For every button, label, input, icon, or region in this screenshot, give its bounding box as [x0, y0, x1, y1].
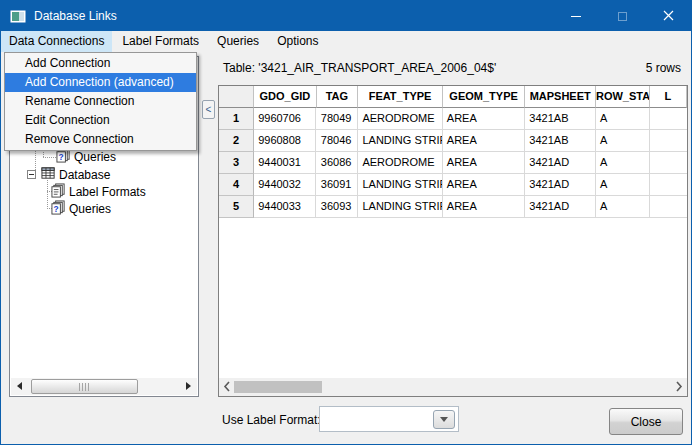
tree-item-label: Database [59, 168, 110, 182]
cell[interactable]: AREA [443, 174, 526, 196]
cell[interactable]: 3421AD [525, 152, 596, 174]
tree-item-label: Queries [74, 150, 116, 164]
tree-scrollbar-thumb[interactable] [31, 379, 138, 394]
tree-item-queries[interactable]: ? Queries [56, 149, 116, 165]
tree-item-database[interactable]: Database [41, 167, 110, 183]
grid-scrollbar-thumb[interactable] [234, 381, 322, 393]
row-number[interactable]: 3 [219, 152, 254, 174]
cell[interactable]: 3421AB [525, 130, 596, 152]
tree-item-label-formats[interactable]: Label Formats [51, 184, 146, 200]
cell[interactable]: AERODROME [358, 152, 442, 174]
column-header[interactable] [219, 86, 254, 108]
cell[interactable]: A [596, 130, 650, 152]
menu-item-add-connection[interactable]: Add Connection [5, 54, 196, 73]
cell[interactable]: 3421AD [525, 196, 596, 218]
tree-expander-minus-icon[interactable] [27, 170, 36, 179]
menu-data-connections[interactable]: Data Connections [1, 31, 112, 52]
window-controls [553, 1, 691, 31]
cell[interactable]: AERODROME [358, 108, 442, 130]
column-header-geom-type[interactable]: GEOM_TYPE [443, 86, 526, 108]
cell[interactable] [650, 196, 687, 218]
label-format-combo-input[interactable] [322, 409, 434, 429]
cell[interactable]: A [596, 196, 650, 218]
menu-item-rename-connection[interactable]: Rename Connection [5, 92, 196, 111]
row-number[interactable]: 1 [219, 108, 254, 130]
close-button[interactable]: Close [609, 408, 683, 435]
cell[interactable]: A [596, 174, 650, 196]
tree-connector [35, 148, 36, 170]
cell[interactable]: 9440033 [254, 196, 316, 218]
row-count-label: 5 rows [646, 61, 681, 75]
menu-queries[interactable]: Queries [209, 31, 267, 52]
menubar: Data Connections Label Formats Queries O… [1, 31, 691, 52]
window-title: Database Links [34, 9, 117, 23]
cell[interactable] [650, 130, 687, 152]
data-grid: GDO_GID TAG FEAT_TYPE GEOM_TYPE MAPSHEET… [218, 85, 688, 397]
table-row[interactable]: 2 9960808 78046 LANDING STRIP AREA 3421A… [219, 130, 687, 152]
cell[interactable]: A [596, 152, 650, 174]
cell[interactable]: 3421AB [525, 108, 596, 130]
cell[interactable]: 9440032 [254, 174, 316, 196]
row-number[interactable]: 4 [219, 174, 254, 196]
titlebar[interactable]: Database Links [1, 1, 691, 31]
column-header-gdo-gid[interactable]: GDO_GID [254, 86, 316, 108]
scroll-right-icon[interactable] [675, 381, 683, 392]
close-window-button[interactable] [645, 1, 691, 31]
cell[interactable]: 9960808 [254, 130, 316, 152]
menu-item-add-connection-advanced[interactable]: Add Connection (advanced) [5, 73, 196, 92]
cell[interactable]: 9440031 [254, 152, 316, 174]
cell[interactable]: A [596, 108, 650, 130]
use-label-format-label: Use Label Format: [222, 413, 321, 427]
table-row[interactable]: 3 9440031 36086 AERODROME AREA 3421AD A [219, 152, 687, 174]
cell[interactable]: AREA [443, 130, 526, 152]
column-header-tag[interactable]: TAG [317, 86, 359, 108]
scroll-right-icon[interactable] [186, 382, 191, 390]
cell[interactable]: AREA [443, 108, 526, 130]
cell[interactable]: 78049 [316, 108, 358, 130]
table-caption: Table: '3421_AIR_TRANSPORT_AREA_2006_04$… [223, 61, 496, 75]
cell[interactable] [650, 174, 687, 196]
tree-item-queries-2[interactable]: ? Queries [51, 201, 111, 217]
svg-text:?: ? [59, 152, 64, 162]
cell[interactable] [650, 152, 687, 174]
cell[interactable]: 3421AD [525, 174, 596, 196]
cell[interactable]: LANDING STRIP [358, 196, 442, 218]
data-connections-dropdown-menu: Add Connection Add Connection (advanced)… [4, 52, 197, 151]
combo-dropdown-button[interactable] [433, 410, 455, 429]
cell[interactable]: 9960706 [254, 108, 316, 130]
grid-horizontal-scrollbar[interactable] [219, 378, 687, 396]
cell[interactable]: 78046 [316, 130, 358, 152]
collapse-panel-button[interactable]: < [202, 100, 215, 119]
app-icon [10, 10, 26, 23]
cell[interactable]: LANDING STRIP [358, 174, 442, 196]
row-number[interactable]: 5 [219, 196, 254, 218]
menu-label-formats[interactable]: Label Formats [114, 31, 207, 52]
scrollbar-grip-icon [79, 383, 90, 391]
svg-text:?: ? [54, 204, 59, 214]
table-row[interactable]: 5 9440033 36093 LANDING STRIP AREA 3421A… [219, 196, 687, 218]
menu-options[interactable]: Options [269, 31, 326, 52]
scroll-left-icon[interactable] [223, 381, 231, 392]
menu-item-edit-connection[interactable]: Edit Connection [5, 111, 196, 130]
cell[interactable]: LANDING STRIP [358, 130, 442, 152]
column-header-feat-type[interactable]: FEAT_TYPE [358, 86, 442, 108]
minimize-button[interactable] [553, 1, 599, 31]
table-row[interactable]: 4 9440032 36091 LANDING STRIP AREA 3421A… [219, 174, 687, 196]
column-header-mapsheet[interactable]: MAPSHEET [525, 86, 596, 108]
label-format-combobox[interactable] [319, 406, 459, 432]
column-header-partial[interactable]: L [650, 86, 687, 108]
scroll-left-icon[interactable] [17, 382, 22, 390]
cell[interactable]: AREA [443, 152, 526, 174]
cell[interactable]: 36093 [316, 196, 358, 218]
label-formats-icon [51, 183, 66, 201]
cell[interactable]: AREA [443, 196, 526, 218]
menu-item-remove-connection[interactable]: Remove Connection [5, 130, 196, 149]
table-row[interactable]: 1 9960706 78049 AERODROME AREA 3421AB A [219, 108, 687, 130]
cell[interactable]: 36091 [316, 174, 358, 196]
maximize-icon [618, 12, 627, 21]
column-header-row-status[interactable]: ROW_STATUS [596, 86, 650, 108]
row-number[interactable]: 2 [219, 130, 254, 152]
tree-horizontal-scrollbar[interactable] [11, 378, 197, 395]
cell[interactable] [650, 108, 687, 130]
cell[interactable]: 36086 [316, 152, 358, 174]
